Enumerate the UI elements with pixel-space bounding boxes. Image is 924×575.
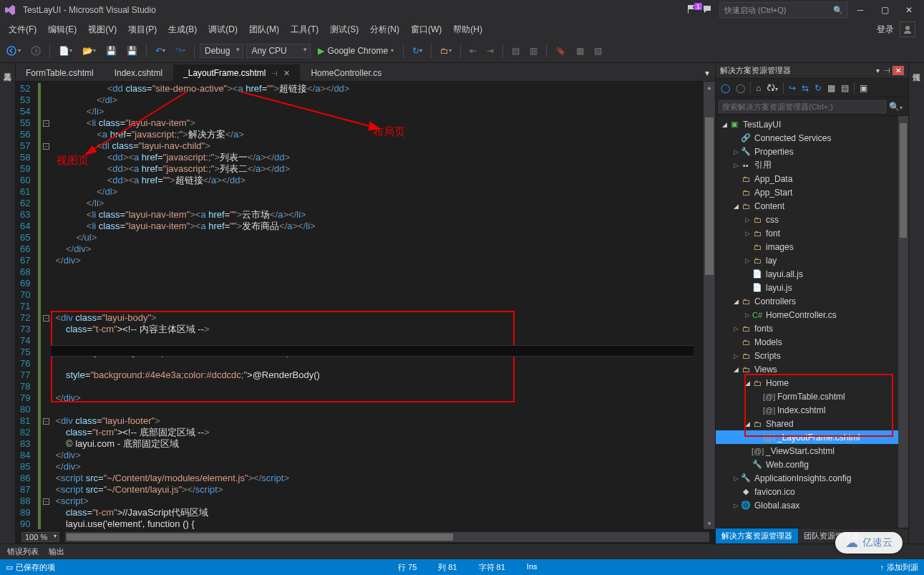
tab-index[interactable]: Index.cshtml — [104, 65, 173, 81]
uncomment-button[interactable]: ▥ — [526, 44, 541, 58]
tree-item-images[interactable]: 🗀images — [716, 240, 908, 253]
feedback-icon[interactable] — [702, 4, 712, 16]
indent-out-button[interactable]: ⇤ — [466, 44, 480, 58]
tab-homecontroller[interactable]: HomeController.cs — [301, 65, 392, 81]
scope-icon[interactable]: ↪ — [787, 81, 798, 95]
start-button[interactable]: ▶Google Chrome▾ — [313, 44, 398, 57]
panel-tab-solution[interactable]: 解决方案资源管理器 — [716, 528, 798, 543]
menu-project[interactable]: 项目(P) — [122, 21, 162, 38]
toolbox-tab[interactable]: 工具箱 — [0, 63, 16, 543]
nav-fwd-button[interactable] — [27, 44, 44, 58]
tree-item-ft[interactable]: [@]FormTable.cshtml — [716, 390, 908, 403]
tree-item-refs[interactable]: ▷▪▪引用 — [716, 158, 908, 172]
home-icon[interactable]: ⌂ — [754, 81, 763, 95]
showall-icon[interactable]: ▦ — [825, 81, 837, 95]
comment-button[interactable]: ▤ — [508, 44, 523, 58]
code-editor[interactable]: 5253545556575859606162636465666768697071… — [16, 82, 715, 529]
save-button[interactable]: 💾 — [102, 44, 120, 58]
tree-item-scripts[interactable]: ▷🗀Scripts — [716, 349, 908, 362]
bookmark-button[interactable]: 🔖 — [552, 44, 570, 58]
tree-item-hctl[interactable]: ▷C#HomeController.cs — [716, 308, 908, 322]
sync-icon[interactable]: 🗘▾ — [764, 81, 780, 95]
tree-item-idx[interactable]: [@]Index.cshtml — [716, 403, 908, 417]
tree-item-layuijs[interactable]: 📄layui.js — [716, 281, 908, 294]
properties-tab[interactable]: 属性 — [908, 63, 924, 543]
new-project-button[interactable]: 📄▾ — [55, 44, 76, 58]
avatar-icon[interactable] — [900, 21, 915, 37]
menu-file[interactable]: 文件(F) — [3, 21, 42, 38]
close-tab-icon[interactable]: ✕ — [283, 69, 290, 78]
editor-scrollbar[interactable]: ▲ ▼ — [704, 82, 715, 529]
tree-item-props[interactable]: ▷🔧Properties — [716, 145, 908, 158]
indent-in-button[interactable]: ⇥ — [483, 44, 497, 58]
tab-error-list[interactable]: 错误列表 — [3, 545, 43, 559]
undo-button[interactable]: ↶▾ — [152, 44, 169, 58]
tree-item-views[interactable]: ◢🗀Views — [716, 362, 908, 376]
refresh-icon[interactable]: ↻ — [812, 81, 824, 95]
config-combo[interactable]: Debug — [200, 44, 243, 58]
tree-item-lay[interactable]: ▷🗀lay — [716, 253, 908, 267]
tree-item-ga[interactable]: ▷🌐Global.asax — [716, 498, 908, 512]
status-publish[interactable]: ↑添加到源 — [880, 562, 919, 573]
tree-item-home[interactable]: ◢🗀Home — [716, 376, 908, 390]
flag-icon[interactable]: 1 — [686, 4, 696, 16]
tree-item-shared[interactable]: ◢🗀Shared — [716, 417, 908, 430]
redo-button[interactable]: ↷▾ — [172, 44, 189, 58]
menu-help[interactable]: 帮助(H) — [447, 21, 488, 38]
minimize-button[interactable]: ─ — [848, 1, 872, 19]
props-icon[interactable]: ▤ — [839, 81, 851, 95]
back-icon[interactable]: ◯ — [719, 81, 732, 95]
panel-close-icon[interactable]: ✕ — [893, 66, 904, 75]
open-file-button[interactable]: 📂▾ — [79, 44, 99, 58]
tree-item-wc[interactable]: 🔧Web.config — [716, 458, 908, 471]
close-button[interactable]: ✕ — [897, 1, 921, 19]
misc2-button[interactable]: ▧ — [590, 44, 606, 58]
tree-item-content[interactable]: ◢🗀Content — [716, 199, 908, 213]
tab-layoutframe[interactable]: _LayoutFrame.cshtml⊣✕ — [173, 64, 301, 81]
misc1-button[interactable]: ▦ — [573, 44, 588, 58]
horizontal-scrollbar[interactable] — [65, 532, 709, 542]
panel-pin-icon[interactable]: ⊣ — [882, 67, 893, 74]
tab-formtable[interactable]: FormTable.cshtml — [16, 65, 104, 81]
menu-window[interactable]: 窗口(W) — [405, 21, 447, 38]
save-all-button[interactable]: 💾 — [123, 44, 141, 58]
nav-back-button[interactable]: ▾ — [3, 44, 24, 58]
tree-item-fav[interactable]: ◆favicon.ico — [716, 485, 908, 498]
refresh-button[interactable]: ↻▾ — [409, 44, 426, 58]
zoom-combo[interactable]: 100 % — [21, 532, 59, 542]
browse-button[interactable]: 🗀▾ — [437, 44, 455, 58]
tree-item-models[interactable]: 🗀Models — [716, 335, 908, 349]
platform-combo[interactable]: Any CPU — [246, 44, 311, 58]
menu-edit[interactable]: 编辑(E) — [42, 21, 82, 38]
preview-icon[interactable]: ▣ — [857, 81, 870, 95]
quick-launch-input[interactable]: 快速启动 (Ctrl+Q) 🔍 — [719, 2, 848, 18]
tree-item-appdata[interactable]: 🗀App_Data — [716, 172, 908, 185]
menu-team[interactable]: 团队(M) — [243, 21, 285, 38]
tab-output[interactable]: 输出 — [44, 545, 69, 559]
tree-item-ctrl[interactable]: ◢🗀Controllers — [716, 294, 908, 308]
tree-item-vs[interactable]: [@]_ViewStart.cshtml — [716, 444, 908, 458]
maximize-button[interactable]: ▢ — [872, 1, 897, 19]
menu-view[interactable]: 视图(V) — [82, 21, 122, 38]
collapse-icon[interactable]: ⇆ — [799, 81, 811, 95]
login-link[interactable]: 登录 — [877, 24, 894, 36]
pin-icon[interactable]: ⊣ — [271, 69, 278, 77]
tree-item-font[interactable]: ▷🗀font — [716, 226, 908, 240]
menu-build[interactable]: 生成(B) — [162, 21, 203, 38]
tree-scrollbar[interactable] — [898, 116, 908, 528]
menu-debug[interactable]: 调试(D) — [203, 21, 243, 38]
solution-tree[interactable]: ◢▣TestLayUI🔗Connected Services▷🔧Properti… — [716, 116, 908, 528]
tree-item-appstart[interactable]: 🗀App_Start — [716, 185, 908, 199]
menu-test[interactable]: 测试(S) — [324, 21, 364, 38]
panel-menu-icon[interactable]: ▾ — [874, 67, 882, 74]
tree-item-conn[interactable]: 🔗Connected Services — [716, 131, 908, 145]
menu-tools[interactable]: 工具(T) — [285, 21, 324, 38]
tree-item-ai[interactable]: ▷🔧ApplicationInsights.config — [716, 471, 908, 485]
tree-item-css[interactable]: ▷🗀css — [716, 213, 908, 226]
search-go-icon[interactable]: 🔍▾ — [886, 102, 905, 112]
tree-item-proj[interactable]: ◢▣TestLayUI — [716, 117, 908, 131]
tree-item-layuiall[interactable]: 📄layui.all.js — [716, 267, 908, 281]
solution-search-input[interactable] — [719, 100, 886, 113]
tree-item-lf[interactable]: [@]_LayoutFrame.cshtml — [716, 430, 908, 444]
tree-item-fonts[interactable]: ▷🗀fonts — [716, 322, 908, 335]
